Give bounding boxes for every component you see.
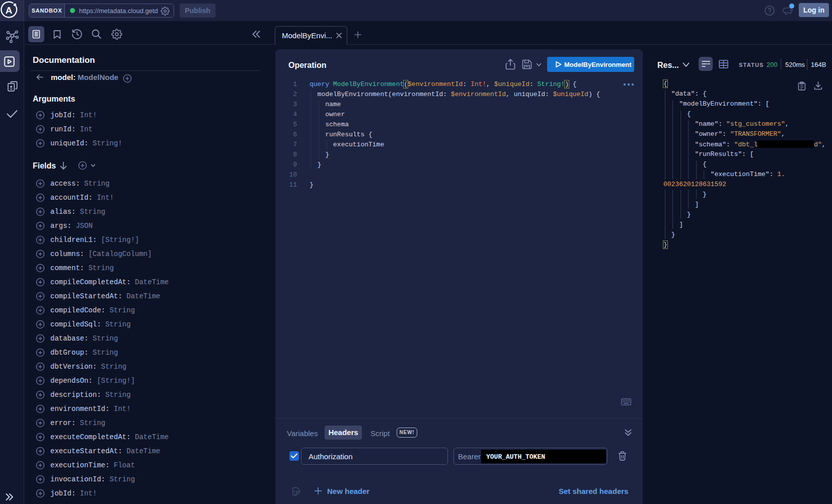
svg-text:A: A: [6, 5, 13, 16]
